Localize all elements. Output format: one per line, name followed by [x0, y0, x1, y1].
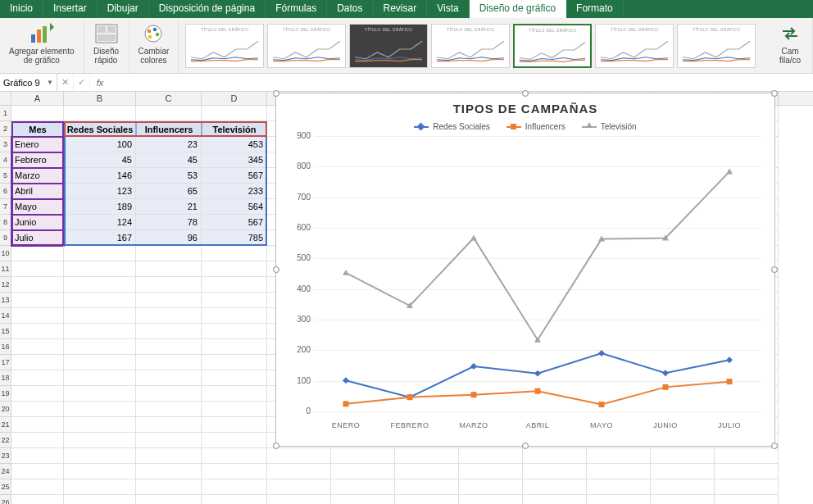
cell[interactable] [202, 370, 267, 386]
cell[interactable] [587, 479, 651, 495]
fx-icon[interactable]: fx [90, 74, 110, 91]
resize-handle[interactable] [771, 266, 778, 273]
cell[interactable] [11, 261, 64, 277]
cell[interactable]: 453 [202, 137, 267, 152]
cell[interactable] [64, 324, 136, 339]
cell[interactable] [267, 464, 331, 479]
row-header[interactable]: 2 [0, 121, 11, 137]
cell[interactable] [523, 448, 587, 464]
cell[interactable] [64, 464, 136, 479]
row-header[interactable]: 10 [0, 246, 11, 261]
cell[interactable] [202, 293, 267, 308]
resize-handle[interactable] [273, 266, 279, 273]
cell[interactable]: 100 [64, 137, 136, 152]
cell[interactable] [715, 448, 779, 464]
cell[interactable] [267, 479, 331, 495]
cell[interactable] [395, 495, 459, 504]
cell[interactable]: Abril [11, 184, 64, 199]
cell[interactable] [136, 339, 202, 355]
cell[interactable] [11, 448, 64, 464]
cell[interactable] [136, 106, 202, 121]
ribbon-tab-insertar[interactable]: Insertar [43, 0, 98, 18]
cell[interactable] [136, 386, 202, 402]
cell[interactable] [202, 339, 267, 355]
row-header[interactable]: 19 [0, 386, 11, 402]
cell[interactable]: Influencers [136, 121, 202, 137]
cell[interactable]: Marzo [11, 168, 64, 184]
chart-style-thumb[interactable]: Título del gráfico [595, 24, 674, 68]
row-header[interactable]: 17 [0, 355, 11, 370]
cell[interactable]: 53 [136, 168, 202, 184]
cell[interactable] [11, 308, 64, 324]
legend-item[interactable]: Redes Sociales [414, 122, 489, 131]
cell[interactable]: 45 [64, 152, 136, 168]
cell[interactable]: Junio [11, 215, 64, 230]
cell[interactable] [11, 386, 64, 402]
row-header[interactable]: 21 [0, 417, 11, 433]
row-header[interactable]: 5 [0, 168, 11, 184]
cell[interactable] [202, 433, 267, 448]
cell[interactable] [651, 464, 715, 479]
cell[interactable] [136, 324, 202, 339]
cell[interactable] [64, 495, 136, 504]
cell[interactable] [331, 448, 395, 464]
ribbon-tab-vista[interactable]: Vista [427, 0, 469, 18]
cell[interactable] [202, 324, 267, 339]
cell[interactable] [136, 417, 202, 433]
ribbon-tab-formato[interactable]: Formato [566, 0, 624, 18]
cell[interactable]: Febrero [11, 152, 64, 168]
cell[interactable] [11, 106, 64, 121]
ribbon-tab-inicio[interactable]: Inicio [0, 0, 43, 18]
cell[interactable] [202, 246, 267, 261]
row-header[interactable]: 25 [0, 479, 11, 495]
cell[interactable] [202, 448, 267, 464]
select-all-corner[interactable] [0, 92, 11, 105]
cell[interactable]: Julio [11, 230, 64, 246]
cell[interactable] [715, 479, 779, 495]
chart-style-thumb[interactable]: Título del gráfico [267, 24, 346, 68]
cell[interactable] [64, 246, 136, 261]
row-header[interactable]: 4 [0, 152, 11, 168]
cell[interactable] [202, 386, 267, 402]
change-colors-button[interactable]: Cambiarcolores [136, 20, 172, 66]
cell[interactable] [64, 479, 136, 495]
cell[interactable]: Redes Sociales [64, 121, 136, 137]
cell[interactable]: 21 [136, 199, 202, 215]
cell[interactable] [136, 246, 202, 261]
chart-style-thumb[interactable]: Título del gráfico [185, 24, 264, 68]
cell[interactable] [587, 448, 651, 464]
cell[interactable]: 124 [64, 215, 136, 230]
chart-legend[interactable]: Redes SocialesInfluencersTelevisión [276, 119, 774, 136]
cell[interactable] [651, 479, 715, 495]
column-header[interactable]: A [11, 92, 64, 105]
cell[interactable] [11, 339, 64, 355]
cell[interactable] [202, 308, 267, 324]
column-header[interactable]: D [202, 92, 267, 105]
cell[interactable] [136, 277, 202, 293]
cell[interactable] [11, 370, 64, 386]
resize-handle[interactable] [771, 90, 778, 97]
cell[interactable]: 567 [202, 168, 267, 184]
row-header[interactable]: 18 [0, 370, 11, 386]
row-header[interactable]: 6 [0, 184, 11, 199]
cell[interactable] [136, 433, 202, 448]
cell[interactable]: 567 [202, 215, 267, 230]
cell[interactable] [523, 495, 587, 504]
row-header[interactable]: 22 [0, 433, 11, 448]
cell[interactable]: 23 [136, 137, 202, 152]
cell[interactable] [136, 402, 202, 417]
cell[interactable] [715, 464, 779, 479]
cell[interactable]: 564 [202, 199, 267, 215]
legend-item[interactable]: Influencers [506, 122, 565, 131]
row-header[interactable]: 3 [0, 137, 11, 152]
cell[interactable] [64, 339, 136, 355]
chart-style-thumb[interactable]: Título del gráfico [431, 24, 510, 68]
cell[interactable] [459, 495, 523, 504]
cell[interactable] [136, 479, 202, 495]
cell[interactable] [587, 464, 651, 479]
cell[interactable] [651, 448, 715, 464]
cell[interactable] [64, 261, 136, 277]
row-header[interactable]: 11 [0, 261, 11, 277]
cell[interactable] [64, 370, 136, 386]
cell[interactable] [64, 433, 136, 448]
